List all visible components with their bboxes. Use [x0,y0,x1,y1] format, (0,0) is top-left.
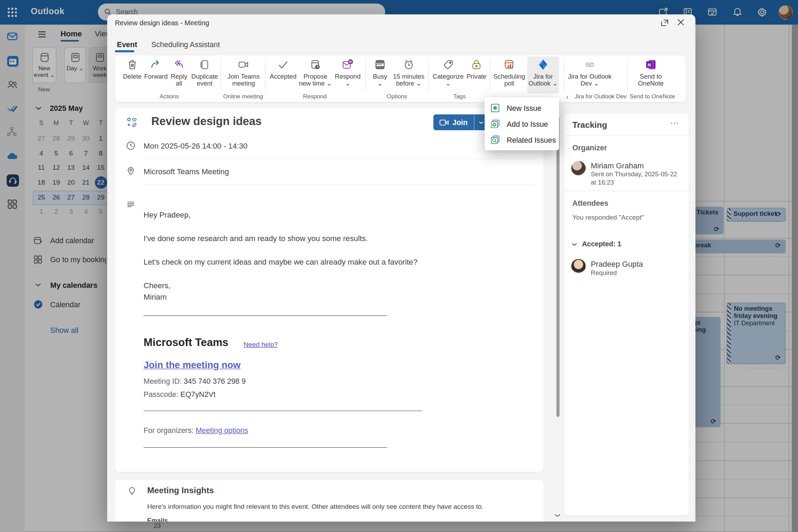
attendee-name: Pradeep Gupta [591,259,643,268]
calendar-clock-icon [309,59,322,71]
busy-status-button[interactable]: Busy⌄ [369,59,391,88]
jira-dev-placeholder-icon [584,59,596,71]
attendee-role: Required [591,269,617,277]
join-button[interactable]: Join [433,114,488,130]
tracking-panel: Tracking ⋯ Organizer Miriam Graham Sent … [564,114,689,515]
event-tab-underline [115,50,134,52]
body-closing: Cheers, [144,281,171,290]
ribbon-expand-chevron-icon[interactable] [695,92,695,97]
propose-new-time-button[interactable]: Propose new time ⌄ [298,59,334,88]
meeting-location: Microsoft Teams Meeting [144,167,229,176]
delete-button[interactable]: Delete [122,59,142,80]
organizer-label: Organizer [572,144,607,152]
tab-scheduling-assistant[interactable]: Scheduling Assistant [151,41,220,49]
scheduling-poll-icon [503,59,516,71]
meeting-datetime: Mon 2025-05-26 14:00 - 14:30 [144,142,248,150]
tag-icon [442,59,454,71]
need-help-link[interactable]: Need help? [243,340,277,348]
lock-icon [470,59,483,71]
outlook-app: Outlook Search [0,0,798,532]
body-line2: Let's check on my current ideas and mayb… [144,257,418,266]
group-label-respond: Respond [284,93,346,99]
pop-out-icon[interactable] [660,18,671,29]
accepted-count[interactable]: Accepted: 1 [582,240,621,248]
send-to-onenote-button[interactable]: N Send to OneNote [631,59,671,88]
trash-icon [126,59,139,71]
group-label-tags: Tags [429,93,490,99]
menu-item-add-to-issue[interactable]: Add to Issue [485,116,559,132]
jira-dropdown-menu: New Issue Add to Issue Related Issues [485,97,559,150]
organizers-row: For organizers: Meeting options [144,426,248,434]
passcode-row: Passcode: EQ7yN2Vt [144,390,216,399]
accepted-chevron-icon[interactable] [571,242,577,247]
private-button[interactable]: Private [465,59,488,80]
forward-arrow-icon [150,59,162,71]
lightbulb-icon [128,487,136,495]
svg-text:N: N [648,62,651,68]
jira-icon [537,59,549,71]
body-line1: I've done some research and am ready to … [144,234,368,242]
event-detail-card: Review design ideas Join Mon 2025-05-26 … [115,108,544,472]
clock-icon [126,141,135,150]
group-label-send-onenote: Send to OneNote [622,93,683,99]
organizer-sent-info: Sent on Thursday, 2025-05-22 at 16:23 [591,170,682,187]
attendees-label: Attendees [572,199,608,207]
video-camera-icon [238,59,250,71]
group-label-options: Options [366,93,428,99]
meeting-title: Review design ideas [151,115,262,128]
group-label-actions: Actions [139,93,200,99]
reply-all-button[interactable]: Reply all [168,59,190,88]
reminder-button[interactable]: 15 minutes before ⌄ [391,59,427,88]
close-icon[interactable] [677,18,688,29]
scheduling-poll-button[interactable]: Scheduling poll [493,59,525,88]
group-label-online-meeting: Online meeting [212,93,274,99]
join-meeting-link[interactable]: Join the meeting now [144,360,241,371]
ribbon-scroll-left-icon[interactable]: ‹ [566,93,568,100]
join-camera-icon [440,119,449,126]
onenote-icon: N [645,59,657,71]
accepted-button[interactable]: Accepted [269,59,298,80]
respond-button[interactable]: Respond⌄ [333,59,362,88]
footer-divider [144,447,387,447]
add-to-issue-icon [491,119,499,128]
body-divider [144,316,387,316]
menu-item-related-issues[interactable]: Related Issues [485,132,559,148]
more-options-icon[interactable]: ⋯ [670,118,680,128]
tracking-title: Tracking [572,120,607,130]
teams-heading: Microsoft Teams [144,336,229,349]
reply-all-icon [173,59,185,71]
dialog-title: Review design ideas - Meeting [115,19,209,27]
meeting-options-link[interactable]: Meeting options [196,426,248,434]
location-pin-icon [126,166,135,176]
ribbon: Delete Forward Reply all Duplicate event… [115,55,686,102]
insights-description: Here's information you might find releva… [147,503,484,510]
join-teams-meeting-button[interactable]: Join Teams meeting [224,59,263,88]
menu-item-new-issue[interactable]: New Issue [485,100,559,116]
organizer-name: Miriam Graham [591,161,644,170]
tab-event[interactable]: Event [117,41,137,49]
meeting-insights-card: Meeting Insights Here's information you … [115,480,544,522]
alarm-clock-icon [402,59,415,71]
related-issues-icon [491,135,499,144]
dialog-scrollbar[interactable] [557,117,560,417]
meeting-id-value: 345 740 376 298 9 [184,377,246,385]
jira-for-outlook-button[interactable]: Jira for Outlook ⌄ [528,59,558,88]
attendee-avatar [571,259,585,273]
meeting-id-row: Meeting ID: 345 740 376 298 9 [144,377,246,385]
forward-button[interactable]: Forward [144,59,168,80]
respond-mail-icon [342,59,354,71]
meeting-dialog: Review design ideas - Meeting Event Sche… [107,14,695,521]
body-signature: Miriam [144,292,167,301]
busy-status-icon [374,59,386,71]
duplicate-event-button[interactable]: Duplicate event [190,59,219,88]
body-greeting: Hey Pradeep, [144,210,191,219]
organizer-avatar [571,161,585,175]
jira-for-outlook-dev-button[interactable]: Jira for Outlook Dev ⌄ [567,59,612,88]
duplicate-icon [198,59,211,71]
categorize-button[interactable]: Categorize⌄ [432,59,465,88]
scroll-down-chevron-icon[interactable] [554,513,561,518]
passcode-value: EQ7yN2Vt [180,390,215,399]
teams-divider [144,410,422,411]
notes-icon [126,200,135,209]
event-icon [126,117,138,128]
